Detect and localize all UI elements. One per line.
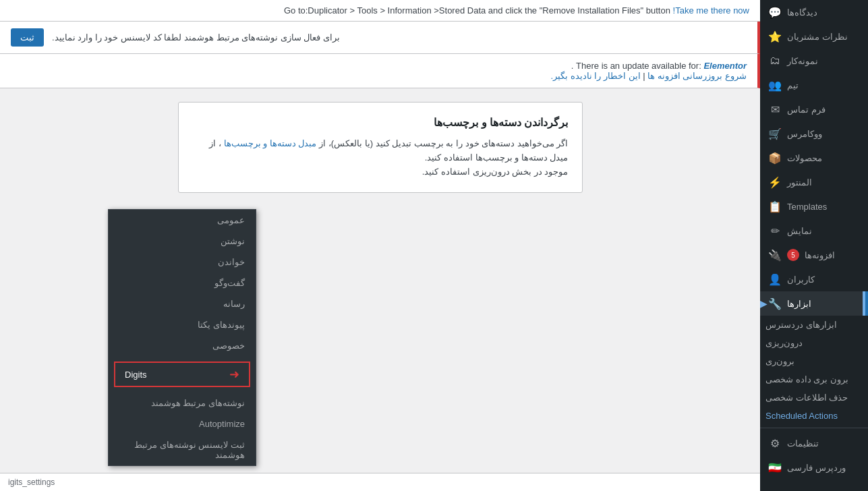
sidebar-item-display[interactable]: نمایش ✏ <box>760 219 868 243</box>
sidebar-label-products: محصولات <box>787 153 822 163</box>
duplicator-notification-text: Go to:Duplicator > Tools > Information >… <box>284 5 670 16</box>
update-notification: There is an update available for: Elemen… <box>0 54 760 88</box>
sidebar-icon-display: ✏ <box>768 224 782 237</box>
dropdown-permalinks[interactable]: پیوندهای یکتا <box>109 314 256 335</box>
subitem-label-erase-personal: حذف اطلاعات شخصی <box>765 393 848 403</box>
dropdown-general[interactable]: عمومی <box>109 210 256 231</box>
sidebar-item-tools[interactable]: ▶ ابزارها 🔧 <box>760 291 868 316</box>
dropdown-writing[interactable]: نوشتن <box>109 231 256 252</box>
plugin-name-link[interactable]: Elementor <box>703 61 747 71</box>
sidebar-item-customer-reviews[interactable]: نظرات مشتریان ⭐ <box>760 24 868 49</box>
sidebar-item-settings[interactable]: تنظیمات ⚙ <box>760 431 868 455</box>
sidebar-icon-tools: 🔧 <box>768 297 782 310</box>
sidebar-item-sample-worker[interactable]: نمونه‌کار 🗂 <box>760 49 868 73</box>
sidebar-icon-products: 📦 <box>768 151 782 165</box>
sidebar: دیدگاه‌ها 💬 نظرات مشتریان ⭐ نمونه‌کار 🗂 … <box>760 0 868 491</box>
sidebar-label-display: نمایش <box>787 226 812 236</box>
dismiss-update-link[interactable]: این اخطار را نادیده بگیر. <box>550 71 640 81</box>
converter-link[interactable]: مبدل دسته‌ها و برچسب‌ها <box>224 138 317 148</box>
sidebar-item-woocommerce[interactable]: ووکامرس 🛒 <box>760 121 868 146</box>
bottom-bar: igits_settings <box>0 473 760 491</box>
sidebar-subitem-export[interactable]: برون‌ری <box>760 352 868 370</box>
sidebar-label-sample-worker: نمونه‌کار <box>787 56 818 66</box>
sidebar-icon-deedkanha: 💬 <box>768 5 782 19</box>
dropdown-label-reading: خواندن <box>218 257 245 267</box>
update-separator: . <box>571 61 574 71</box>
subitem-label-export: برون‌ری <box>765 356 794 366</box>
sidebar-icon-plugins: 🔌 <box>768 248 782 262</box>
dropdown-reading[interactable]: خواندن <box>109 252 256 272</box>
dropdown-discussion[interactable]: گفت‌وگو <box>109 272 256 293</box>
sidebar-icon-woocommerce: 🛒 <box>768 127 782 140</box>
dropdown-label-media: رسانه <box>223 299 245 309</box>
update-separator2: | <box>641 71 645 81</box>
sidebar-icon-settings: ⚙ <box>768 436 782 450</box>
sidebar-item-wordpress-persian[interactable]: وردپرس فارسی 🇮🇷 <box>760 455 868 480</box>
sidebar-item-plugins[interactable]: افزونه‌ها 5 🔌 <box>760 243 868 267</box>
sidebar-label-settings: تنظیمات <box>787 438 819 449</box>
settings-panel: برگرداندن دسته‌ها و برچسب‌ها اگر می‌خواه… <box>178 102 583 193</box>
sidebar-item-mentor[interactable]: المنتور ⚡ <box>760 170 868 194</box>
sidebar-label-users: کاربران <box>787 275 815 285</box>
sidebar-item-products[interactable]: محصولات 📦 <box>760 146 868 170</box>
update-text-before: There is an update available for: <box>576 61 701 71</box>
subitem-label-scheduled-actions: Scheduled Actions <box>765 411 838 421</box>
dropdown-label-discussion: گفت‌وگو <box>214 278 245 288</box>
dropdown-label-general: عمومی <box>217 215 245 225</box>
panel-desc-text3: موجود در بخش درون‌ریزی استفاده کنید. <box>422 167 569 177</box>
dropdown-label-smart-related: نوشته‌های مرتبط هوشمند <box>151 398 245 408</box>
sidebar-label-tools: ابزارها <box>787 299 811 309</box>
sidebar-label-templates: Templates <box>787 202 827 212</box>
sidebar-icon-sample-worker: 🗂 <box>768 54 782 67</box>
dropdown-label-writing: نوشتن <box>221 236 245 246</box>
sidebar-item-contact-form[interactable]: فرم تماس ✉ <box>760 97 868 121</box>
sidebar-icon-templates: 📋 <box>768 200 782 213</box>
sidebar-item-deedkanha[interactable]: دیدگاه‌ها 💬 <box>760 0 868 24</box>
dropdown-autoptimize[interactable]: Autoptimize <box>109 413 256 434</box>
dropdown-media[interactable]: رسانه <box>109 293 256 314</box>
tools-active-arrow: ▶ <box>760 298 768 309</box>
panel-title: برگرداندن دسته‌ها و برچسب‌ها <box>192 116 569 129</box>
sidebar-subitem-tools-main[interactable]: ابزارهای دردسترس <box>760 316 868 334</box>
dropdown-digits[interactable]: ➜ Digits <box>114 362 250 387</box>
dropdown-label-digits-license: ثبت لایسنس نوشته‌های مرتبط هوشمند <box>134 440 245 460</box>
sidebar-subitem-erase-personal[interactable]: حذف اطلاعات شخصی <box>760 388 868 407</box>
sidebar-item-templates[interactable]: Templates 📋 <box>760 194 868 219</box>
sidebar-label-mentor: المنتور <box>787 177 812 187</box>
dropdown-privacy[interactable]: خصوصی <box>109 335 256 356</box>
sidebar-item-team[interactable]: تیم 👥 <box>760 73 868 97</box>
bottom-path: igits_settings <box>8 478 55 487</box>
sidebar-subitem-scheduled-actions[interactable]: Scheduled Actions <box>760 407 868 425</box>
sidebar-icon-mentor: ⚡ <box>768 175 782 189</box>
sidebar-item-users[interactable]: کاربران 👤 <box>760 267 868 291</box>
sidebar-icon-users: 👤 <box>768 272 782 286</box>
dropdown-label-digits: Digits <box>125 370 147 380</box>
sidebar-icon-team: 👥 <box>768 78 782 92</box>
sidebar-icon-customer-reviews: ⭐ <box>768 30 782 43</box>
start-update-link[interactable]: شروع بروزرسانی افزونه ها <box>647 71 747 81</box>
dropdown-label-autoptimize: Autoptimize <box>199 419 245 429</box>
sidebar-icon-wordpress-persian: 🇮🇷 <box>768 461 782 474</box>
duplicator-notification: Go to:Duplicator > Tools > Information >… <box>0 0 760 22</box>
sidebar-divider <box>760 428 868 428</box>
plugins-badge: 5 <box>787 249 799 261</box>
sidebar-label-team: تیم <box>787 80 799 90</box>
dropdown-digits-license[interactable]: ثبت لایسنس نوشته‌های مرتبط هوشمند <box>109 434 256 465</box>
sidebar-subitem-export-personal[interactable]: برون بری داده شخصی <box>760 370 868 388</box>
dropdown-label-privacy: خصوصی <box>212 341 245 351</box>
dropdown-label-permalinks: پیوندهای یکتا <box>198 320 245 330</box>
subitem-label-tools-main: ابزارهای دردسترس <box>765 320 837 330</box>
sidebar-subitem-import[interactable]: درون‌ریزی <box>760 334 868 352</box>
take-me-there-link[interactable]: !Take me there now <box>673 5 749 16</box>
red-arrow-icon: ➜ <box>229 367 239 382</box>
subitem-label-export-personal: برون بری داده شخصی <box>765 374 848 384</box>
dropdown-smart-related[interactable]: نوشته‌های مرتبط هوشمند <box>109 393 256 413</box>
sidebar-label-woocommerce: ووکامرس <box>787 129 822 139</box>
license-notification: برای فعال سازی نوشته‌های مرتبط هوشمند لط… <box>0 22 760 54</box>
sidebar-label-customer-reviews: نظرات مشتریان <box>787 32 848 42</box>
panel-description: اگر می‌خواهید دسته‌های خود را به برچسب ت… <box>192 137 569 179</box>
sidebar-label-deedkanha: دیدگاه‌ها <box>787 7 817 18</box>
dropdown-digits-wrapper: ➜ Digits <box>109 356 256 393</box>
register-button[interactable]: ثبت <box>11 28 44 47</box>
sidebar-label-contact-form: فرم تماس <box>787 105 826 115</box>
